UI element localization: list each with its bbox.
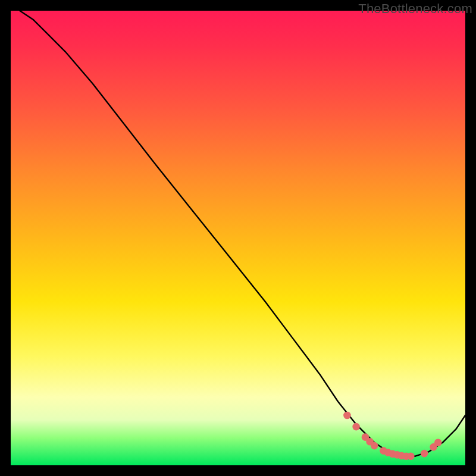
data-points — [343, 412, 441, 460]
watermark-text: TheBottleneck.com — [358, 1, 472, 17]
data-point — [407, 452, 415, 460]
data-point — [371, 442, 378, 450]
data-point — [421, 450, 428, 458]
plot-area — [11, 11, 465, 465]
bottleneck-curve — [20, 11, 465, 456]
chart-frame: TheBottleneck.com — [0, 0, 476, 476]
chart-svg — [11, 11, 465, 465]
data-point — [352, 423, 360, 431]
curve-path — [20, 11, 465, 456]
data-point — [434, 439, 442, 447]
data-point — [343, 412, 351, 419]
